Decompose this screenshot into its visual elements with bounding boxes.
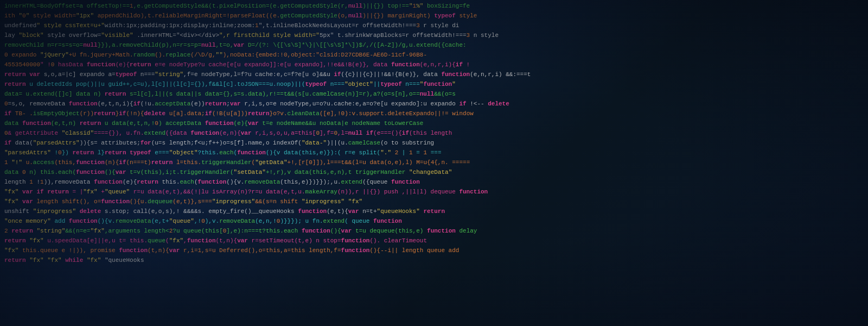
code-line: innerHTML=BodyOffset=a offsetTop!==1,e.g… <box>0 1 868 11</box>
code-line: return "fx" "fx" while "fx" "queueHooks <box>0 255 868 265</box>
code-line: 1 "!" u.access(this,function(n){if(n===t… <box>0 158 868 167</box>
code-line: 0=s,o, removeData function(e,t,n,i){if(!… <box>0 99 868 109</box>
code-line: "fx" var length shift(), o=function(){u.… <box>0 197 868 206</box>
code-line: "parsedAttrs" !0}) return l}return typeo… <box>0 148 868 158</box>
code-line: return u deletedIds pop()||u guid++,c=u)… <box>0 79 868 89</box>
code-line: length 1 !1)),removeData function(e){ret… <box>0 177 868 187</box>
code-line: data 0 n) this.each(function(){var t=v(t… <box>0 167 868 177</box>
code-line: undefined" style cssText=u+"width:1px;pa… <box>0 21 868 30</box>
code-line: unshift "inprogress" delete s.stop; call… <box>0 206 868 216</box>
code-line: if TB- .isEmptyObject(r))return}if(!n){d… <box>0 109 868 118</box>
code-line: if data("parsedAttrs")){s= attributes;fo… <box>0 138 868 148</box>
code-line: removeChild n=r=s=s=o=null}}),a.removeCh… <box>0 40 868 50</box>
code-line: "fx" this.queue e !|)), promise function… <box>0 246 868 255</box>
code-line: "once memory" add function(){v.removeDat… <box>0 216 868 226</box>
code-line: 0& getAttribute "classid"===={}), u.fn.e… <box>0 128 868 138</box>
code-line: ith "0" style width="1px" appendChildo),… <box>0 11 868 21</box>
code-layer: innerHTML=BodyOffset=a offsetTop!==1,e.g… <box>0 0 868 326</box>
code-line: data= u.extend([]c] data n) return s=l[c… <box>0 89 868 99</box>
code-line: return "fx" u.speedData[e]||e,u t= this.… <box>0 236 868 246</box>
code-line: 0 expando "jQuery"+U fn.jquery+Math.rand… <box>0 50 868 60</box>
code-line: "fx" var if return = |"fx" +"queue" r=u … <box>0 187 868 197</box>
code-line: data function(e,t,n) return u data(e,t,n… <box>0 118 868 128</box>
code-line: 2 return "string"&&(n=e="fx",arguments l… <box>0 226 868 236</box>
code-line: lay "block" style overflow="visible" .in… <box>0 30 868 40</box>
code-background: innerHTML=BodyOffset=a offsetTop!==1,e.g… <box>0 0 868 326</box>
code-line: 4553540000" !0 hasData function(e){retur… <box>0 60 868 70</box>
code-line: return var s,o,a=|c] expando a=typeof n=… <box>0 70 868 79</box>
